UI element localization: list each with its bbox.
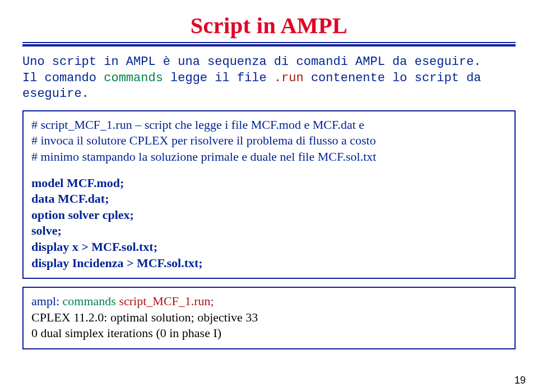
intro-line-1: Uno script in AMPL è una sequenza di com… <box>22 54 516 71</box>
solver-output-1: CPLEX 11.2.0: optimal solution; objectiv… <box>31 310 507 326</box>
script-comment-3: # minimo stampando la soluzione primale … <box>31 149 507 165</box>
script-model-line: model MCF.mod; <box>31 175 507 192</box>
ampl-commands-keyword: commands <box>63 294 116 308</box>
ampl-prompt: ampl: <box>31 294 63 308</box>
script-display-x-line: display x > MCF.sol.txt; <box>31 239 507 255</box>
ampl-script-filename: script_MCF_1.run; <box>116 294 214 308</box>
title-rule-thick <box>22 44 516 46</box>
intro-commands-keyword: commands <box>104 71 163 85</box>
intro-line-2a: Il comando <box>22 71 104 85</box>
script-display-incidenza-line: display Incidenza > MCF.sol.txt; <box>31 255 507 272</box>
intro-run-ext: .run <box>274 71 304 85</box>
script-option-line: option solver cplex; <box>31 207 507 223</box>
intro-line-2: Il comando commands legge il file .run c… <box>22 71 516 102</box>
script-box: # script_MCF_1.run – script che legge i … <box>22 110 516 279</box>
slide-title: Script in AMPL <box>191 13 347 38</box>
intro-line-2b: legge il file <box>163 71 274 85</box>
script-solve-line: solve; <box>31 223 507 239</box>
script-comment-2: # invoca il solutore CPLEX per risolvere… <box>31 133 507 149</box>
script-data-line: data MCF.dat; <box>31 191 507 207</box>
intro-text: Uno script in AMPL è una sequenza di com… <box>22 54 516 102</box>
ampl-command-line: ampl: commands script_MCF_1.run; <box>31 293 507 310</box>
solver-output-2: 0 dual simplex iterations (0 in phase I) <box>31 325 507 342</box>
title-rule-thin <box>22 42 516 43</box>
script-comment-1: # script_MCF_1.run – script che legge i … <box>31 117 507 133</box>
page-number: 19 <box>514 375 526 386</box>
output-box: ampl: commands script_MCF_1.run; CPLEX 1… <box>22 287 516 349</box>
